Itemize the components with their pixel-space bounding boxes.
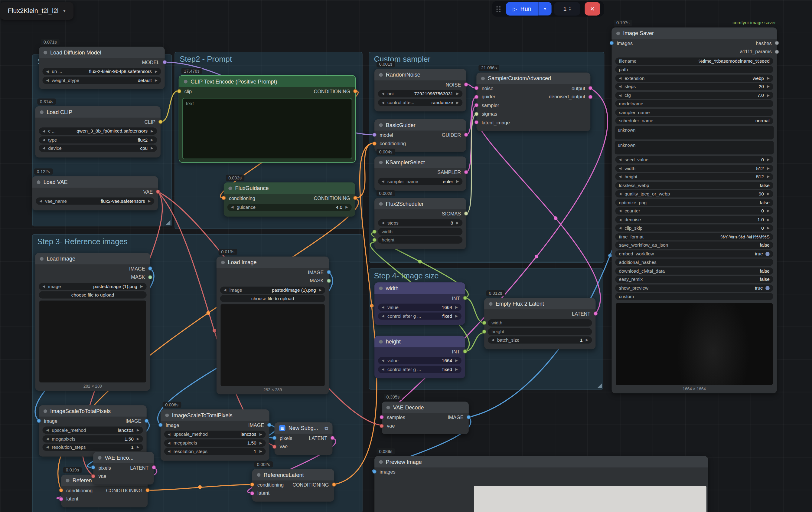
widget-control-after-generate[interactable]: control afte...randomize xyxy=(378,99,462,106)
widget-path[interactable]: path xyxy=(615,66,773,73)
node-header[interactable]: ImageScaleToTotalPixels xyxy=(161,409,269,421)
widget-quality-jpeg-or-webp[interactable]: quality_jpeg_or_webp90 xyxy=(615,190,773,197)
output-dot-noise[interactable] xyxy=(464,83,468,87)
widget-megapixels[interactable]: megapixels1.50 xyxy=(164,439,266,446)
input-dot-pixels[interactable] xyxy=(91,465,95,469)
node-header[interactable]: VAE Decode xyxy=(382,402,469,413)
widget-value[interactable]: value1664 xyxy=(378,304,462,311)
node-load-image-2[interactable]: 0.013s Load Image IMAGE MASK imagepasted… xyxy=(216,257,329,395)
expand-icon[interactable]: ⧉ xyxy=(324,425,328,431)
node-vae-decode[interactable]: 0.395s VAE Decode samplesIMAGE vae xyxy=(382,402,469,434)
node-header[interactable]: ImageScaleToTotalPixels xyxy=(39,405,146,417)
node-basic-guider[interactable]: BasicGuider modelGUIDER conditioning xyxy=(374,119,466,152)
widget-sampler-name[interactable]: sampler_name xyxy=(615,109,773,116)
input-dot-conditioning[interactable] xyxy=(372,141,377,145)
node-ksampler-select[interactable]: 0.004s KSamplerSelect SAMPLER sampler_na… xyxy=(374,157,466,190)
node-header[interactable]: Load VAE xyxy=(32,176,158,188)
batch-count-input[interactable]: 1▴▾ xyxy=(554,2,580,16)
output-dot-conditioning[interactable] xyxy=(332,483,336,487)
widget-modelname[interactable]: modelname xyxy=(615,100,773,107)
output-dot-mask[interactable] xyxy=(327,279,331,283)
node-header[interactable]: Preview Image xyxy=(374,456,708,467)
workflow-canvas[interactable]: S Step2 - Prompt Custom sampler Step 3- … xyxy=(0,0,812,512)
cancel-run-button[interactable]: ✕ xyxy=(585,2,600,16)
node-header[interactable]: Load Image xyxy=(216,257,329,268)
input-dot-image[interactable] xyxy=(158,423,163,427)
widget-unet-name[interactable]: un ...flux-2-klein-9b-fp8.safetensors xyxy=(42,68,161,75)
node-header[interactable]: BasicGuider xyxy=(374,119,466,131)
node-height[interactable]: height INT value1664 control after g ...… xyxy=(374,336,465,378)
widget-custom[interactable]: custom xyxy=(615,293,773,300)
stepper-arrows[interactable]: ▴▾ xyxy=(569,6,571,12)
input-dot-guider[interactable] xyxy=(474,95,479,99)
widget-resolution-steps[interactable]: resolution_steps1 xyxy=(42,443,143,451)
widget-embed-workflow[interactable]: embed_workflowtrue xyxy=(615,250,773,257)
node-empty-flux2-latent[interactable]: 0.012s Empty Flux 2 Latent LATENT width … xyxy=(484,298,596,349)
input-dot-vae[interactable] xyxy=(91,474,95,478)
output-dot-vae[interactable] xyxy=(156,190,160,194)
input-dot-image[interactable] xyxy=(37,419,41,423)
input-dot-conditioning[interactable] xyxy=(59,488,63,493)
input-dot-height[interactable] xyxy=(372,238,377,242)
widget-text-unknown-1[interactable]: unknown xyxy=(615,126,774,139)
output-dot-model[interactable] xyxy=(163,60,167,64)
widget-type[interactable]: typeflux2 xyxy=(39,136,157,143)
node-header[interactable]: RandomNoise xyxy=(374,69,466,80)
input-dot-noise[interactable] xyxy=(474,86,479,90)
node-load-image-1[interactable]: Load Image IMAGE MASK imagepasted/image … xyxy=(35,253,150,391)
group-resize-handle[interactable] xyxy=(166,220,170,225)
widget-denoise[interactable]: denoise1.0 xyxy=(615,216,773,223)
widget-guidance[interactable]: guidance4.0 xyxy=(227,204,352,211)
workflow-tab[interactable]: Flux2Klein_t2i_i2i ▾ xyxy=(0,2,73,20)
upload-button[interactable]: choose file to upload xyxy=(220,295,325,302)
output-dot-hashes[interactable] xyxy=(775,41,779,45)
widget-seed-value[interactable]: seed_value0 xyxy=(615,156,773,163)
widget-clip-name[interactable]: c ...qwen_3_8b_fp8mixed.safetensors xyxy=(39,127,157,135)
widget-clip-skip[interactable]: clip_skip0 xyxy=(615,224,773,232)
output-dot-sigmas[interactable] xyxy=(464,212,468,216)
widget-device[interactable]: devicecpu xyxy=(39,145,157,152)
widget-weight-dtype[interactable]: weight_dtypedefault xyxy=(42,77,161,84)
node-preview-image[interactable]: 0.089s Preview Image images xyxy=(374,456,708,512)
widget-scheduler-name[interactable]: scheduler_namenormal xyxy=(615,117,773,124)
input-dot-images[interactable] xyxy=(372,469,377,474)
toggle-on-icon[interactable] xyxy=(765,286,770,290)
input-dot-latent[interactable] xyxy=(250,491,254,495)
node-header[interactable]: width xyxy=(374,282,465,294)
widget-vae-name[interactable]: vae_nameflux2-vae.safetensors xyxy=(36,197,154,205)
widget-counter[interactable]: counter0 xyxy=(615,207,773,215)
output-dot-latent[interactable] xyxy=(330,436,335,440)
run-button[interactable]: ▷Run xyxy=(506,2,538,16)
node-header[interactable]: Load Diffusion Model xyxy=(39,47,165,58)
output-dot-guider[interactable] xyxy=(464,133,468,137)
output-dot-int[interactable] xyxy=(463,296,467,300)
input-dot-vae[interactable] xyxy=(272,444,277,449)
widget-time-format[interactable]: time_format%Y-%m-%d-%H%M%S xyxy=(615,233,773,240)
input-dot-samples[interactable] xyxy=(380,415,384,420)
node-header[interactable]: ReferenceLatent xyxy=(252,469,334,481)
widget-width-input[interactable]: width xyxy=(488,319,592,326)
input-dot-sampler[interactable] xyxy=(474,103,479,107)
toggle-on-icon[interactable] xyxy=(765,251,770,256)
node-flux-guidance[interactable]: 0.003s FluxGuidance conditioningCONDITIO… xyxy=(224,183,355,216)
output-dot-conditioning[interactable] xyxy=(353,196,357,200)
node-reference-latent-2[interactable]: 0.002s ReferenceLatent conditioningCONDI… xyxy=(252,469,334,502)
node-header[interactable]: Load CLIP xyxy=(35,106,160,118)
widget-height-input[interactable]: height xyxy=(378,236,462,244)
widget-lossless-webp[interactable]: lossless_webpfalse xyxy=(615,182,773,189)
group-resize-handle[interactable] xyxy=(597,383,602,388)
widget-batch-size[interactable]: batch_size1 xyxy=(488,336,592,344)
output-dot-int[interactable] xyxy=(463,350,467,354)
widget-control-after-generate[interactable]: control after g ...fixed xyxy=(378,312,462,320)
widget-image-file[interactable]: imagepasted/image (1).png xyxy=(220,286,325,294)
input-dot-images[interactable] xyxy=(610,41,614,45)
widget-extension[interactable]: extensionwebp xyxy=(615,75,773,82)
node-header[interactable]: Load Image xyxy=(35,253,150,265)
output-dot-image[interactable] xyxy=(467,415,471,420)
output-dot-sampler[interactable] xyxy=(464,170,468,174)
node-sampler-custom-advanced[interactable]: 21.096s SamplerCustomAdvanced noiseoutpu… xyxy=(476,73,591,131)
widget-show-preview[interactable]: show_previewtrue xyxy=(615,284,773,291)
output-dot-conditioning[interactable] xyxy=(145,488,150,493)
node-image-saver[interactable]: 0.197s comfyui-image-saver Image Saver i… xyxy=(611,28,777,394)
node-flux2-scheduler[interactable]: 0.002s Flux2Scheduler SIGMAS steps8 widt… xyxy=(374,198,466,249)
